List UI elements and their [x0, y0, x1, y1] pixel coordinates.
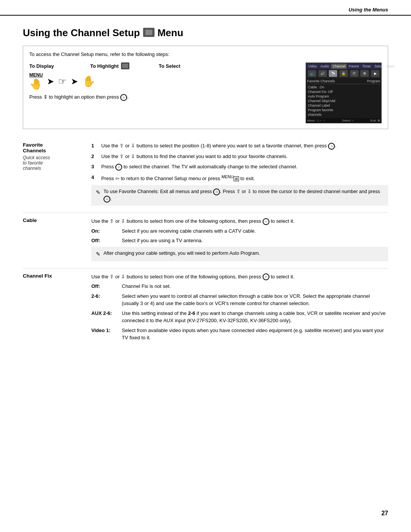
cable-on-desc: Select if you are receiving cable channe…	[122, 227, 388, 235]
favorite-step-2: 2 Use the ⇧ or ⇩ buttons to find the cha…	[91, 153, 388, 160]
channel-icon	[143, 28, 155, 37]
channel-fix-section: Channel Fix Use the ⇧ or ⇩ buttons to se…	[23, 268, 388, 348]
tv-item-4: Channel Skip/Add	[307, 99, 380, 103]
fix-26-desc: Select when you want to control all chan…	[122, 292, 388, 307]
cable-on-row: On: Select if you are receiving cable ch…	[91, 227, 388, 235]
tab-video: Video	[307, 64, 319, 69]
favorite-channels-subtitle: Quick access to favorite channels	[23, 155, 87, 171]
step-labels-row: To Display To Highlight To Select	[29, 62, 306, 69]
header-title: Using the Menus	[349, 7, 388, 13]
tv-icon-4: 🔒	[339, 70, 348, 77]
cable-header: Cable Use the ⇧ or ⇩ buttons to select f…	[23, 217, 388, 225]
channel-fix-options: Off: Channel Fix is not set. 2-6: Select…	[23, 283, 388, 342]
cable-desc: Use the ⇧ or ⇩ buttons to select from on…	[91, 217, 388, 225]
tv-menu-footer: Move: ↑↓←→ Select: ○ End: ⊞	[306, 118, 381, 123]
tv-item-7: channels	[307, 112, 380, 117]
tv-menu-list: Favorite Channels Program Cable : On Cha…	[306, 78, 381, 118]
favorite-note: ✎ To use Favorite Channels: Exit all men…	[91, 185, 388, 206]
cable-section: Cable Use the ⇧ or ⇩ buttons to select f…	[23, 213, 388, 268]
fix-26-label: 2-6:	[91, 292, 118, 307]
page-container: Using the Menus Using the Channel Setup …	[0, 0, 411, 532]
tv-menu-box: Video Audio Channel Parent Timer Setup B…	[306, 62, 382, 123]
tv-menu-tabs: Video Audio Channel Parent Timer Setup B…	[306, 63, 381, 69]
tv-icons-row: 📺 🔊 📡 🔒 ⏱ ⚙ ▶	[306, 69, 381, 78]
footer-move: Move: ↑↓←→	[307, 119, 325, 122]
tv-item-6: Program favorite	[307, 108, 380, 112]
menu-hand-group: MENU 🤚	[29, 72, 43, 90]
footer-select: Select: ○	[342, 119, 354, 122]
tv-icon-2: 🔊	[319, 70, 327, 77]
note-icon-2: ✎	[96, 250, 100, 258]
tv-icon-5: ⏱	[350, 70, 358, 77]
tv-item-3: Auto Program	[307, 94, 380, 99]
title-line1: Favorite	[23, 142, 43, 148]
step2-label: To Highlight	[90, 62, 159, 69]
cable-off-desc: Select if you are using a TV antenna.	[122, 237, 388, 244]
tv-icon-7: ▶	[371, 70, 379, 77]
tab-channel: Channel	[331, 64, 347, 69]
page-number: 27	[381, 510, 388, 517]
up-down-icon: ⇕	[43, 94, 49, 100]
fix-off-row: Off: Channel Fix is not set.	[91, 283, 388, 290]
press-text: Press ⇕ to highlight an option then pres…	[29, 94, 306, 101]
channel-icon-highlight	[121, 62, 129, 69]
center-btn-2: ○	[115, 164, 122, 171]
tab-setup: Setup	[373, 64, 385, 69]
fix-video1-desc: Select from available video inputs when …	[122, 327, 388, 342]
section-right-favorite: 1 Use the ⇧ or ⇩ buttons to select the p…	[91, 142, 388, 208]
tv-item-5: Channel Label	[307, 103, 380, 108]
channel-fix-desc: Use the ⇧ or ⇩ buttons to select from on…	[91, 273, 388, 281]
center-btn-6: ○	[263, 273, 269, 280]
fix-video1-row: Video 1: Select from available video inp…	[91, 327, 388, 342]
note-icon-1: ✎	[96, 189, 100, 197]
main-content: Using the Channel Setup Menu To access t…	[0, 16, 411, 364]
tv-menu-header: Favorite Channels Program	[307, 79, 380, 84]
tv-icon-6: ⚙	[360, 70, 369, 77]
step3-label: To Select	[159, 63, 180, 69]
tab-timer: Timer	[361, 64, 373, 69]
title-line2: Channels	[23, 148, 46, 153]
menu-header-left: Favorite Channels	[307, 79, 335, 83]
select-hand-group: ✋	[82, 75, 96, 88]
arrow-2: ➤	[71, 77, 78, 86]
cable-off-label: Off:	[91, 237, 118, 244]
hand-icons-row: MENU 🤚 ➤ ☞ ➤ ✋	[29, 72, 306, 90]
steps-left: To Display To Highlight To Select MENU 🤚	[29, 62, 306, 101]
cable-note: ✎ After changing your cable settings, yo…	[91, 247, 388, 261]
fix-26-row: 2-6: Select when you want to control all…	[91, 292, 388, 307]
favorite-step-1: 1 Use the ⇧ or ⇩ buttons to select the p…	[91, 142, 388, 150]
favorite-step-4: 4 Press ⇦ to return to the Channel Setup…	[91, 174, 388, 182]
fix-off-label: Off:	[91, 283, 118, 290]
header-bar: Using the Menus	[0, 0, 411, 16]
center-button-icon: ○	[120, 94, 127, 101]
page-title-prefix: Using the Channel Setup	[23, 27, 140, 39]
tab-audio: Audio	[319, 64, 331, 69]
tv-item-2: Channel Fix: Off	[307, 89, 380, 94]
footer-end: End: ⊞	[370, 119, 380, 122]
page-title-suffix: Menu	[158, 27, 183, 39]
fix-aux26-row: AUX 2-6: Use this setting instead of the…	[91, 310, 388, 324]
highlight-hand-group: ☞	[58, 76, 67, 87]
steps-row: To Display To Highlight To Select MENU 🤚	[29, 62, 382, 123]
channel-fix-header: Channel Fix Use the ⇧ or ⇩ buttons to se…	[23, 273, 388, 281]
center-btn-3: ○	[213, 189, 220, 195]
intro-text: To access the Channel Setup menu, refer …	[29, 51, 382, 57]
center-btn-1: ○	[328, 143, 335, 150]
cable-options: On: Select if you are receiving cable ch…	[23, 227, 388, 244]
cable-off-row: Off: Select if you are using a TV antenn…	[91, 237, 388, 244]
hand-icon-2: ☞	[58, 76, 67, 87]
favorite-channels-title: Favorite Channels	[23, 142, 87, 153]
cable-label: Cable	[23, 217, 91, 225]
arrow-1: ➤	[47, 77, 54, 86]
center-btn-4: ○	[104, 196, 110, 203]
fix-aux26-desc: Use this setting instead of the 2-6 if y…	[122, 310, 388, 324]
step1-label: To Display	[29, 63, 90, 69]
tab-basic: Basic	[385, 64, 397, 69]
tv-icon-1: 📺	[308, 70, 316, 77]
section-left-favorite: Favorite Channels Quick access to favori…	[23, 142, 91, 208]
instruction-box: To access the Channel Setup menu, refer …	[23, 46, 388, 129]
cable-on-label: On:	[91, 227, 118, 235]
channel-fix-label: Channel Fix	[23, 273, 91, 281]
menu-label: MENU	[29, 72, 43, 78]
favorite-steps-list: 1 Use the ⇧ or ⇩ buttons to select the p…	[91, 142, 388, 182]
